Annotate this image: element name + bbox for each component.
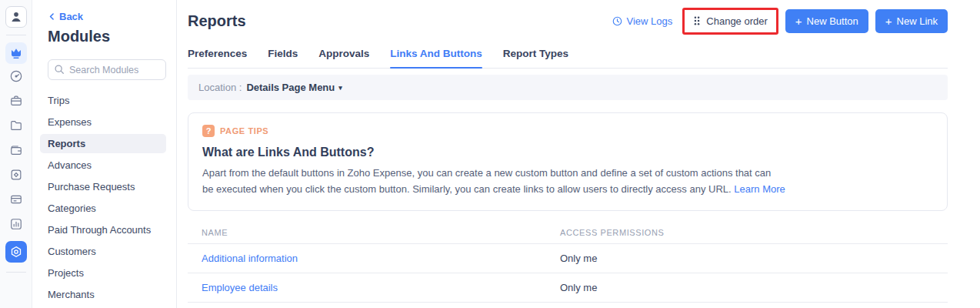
module-item-categories[interactable]: Categories (40, 199, 166, 218)
credit-card-icon[interactable] (8, 191, 25, 208)
caret-down-icon: ▾ (338, 84, 342, 92)
new-link-label: New Link (897, 15, 938, 27)
back-link[interactable]: Back (48, 11, 83, 22)
rail-divider (6, 35, 26, 35)
main-content: Reports View Logs Change order + New But… (177, 0, 980, 308)
folder-icon[interactable] (8, 117, 25, 134)
admin-crown-icon[interactable] (5, 42, 27, 64)
column-header-name: NAME (202, 228, 560, 237)
location-bar: Location : Details Page Menu ▾ (188, 75, 948, 100)
change-order-button[interactable]: Change order (685, 10, 776, 32)
page-tips-label: PAGE TIPS (220, 126, 268, 136)
app-window: Back Modules Trips Expenses Reports Adva… (0, 0, 980, 308)
new-button-label: New Button (807, 15, 858, 27)
table-row: Employee details Only me (188, 273, 948, 303)
tips-body-line-2: be executed when you click the custom bu… (202, 183, 732, 195)
new-link-button[interactable]: + New Link (875, 9, 948, 33)
tab-approvals[interactable]: Approvals (318, 43, 369, 68)
card-diamond-icon[interactable] (8, 166, 25, 183)
module-item-purchase-requests[interactable]: Purchase Requests (40, 177, 166, 196)
tab-report-types[interactable]: Report Types (503, 43, 568, 68)
view-logs-link[interactable]: View Logs (612, 15, 673, 27)
clock-icon (612, 15, 623, 27)
tips-body: Apart from the default buttons in Zoho E… (202, 165, 933, 197)
module-item-expenses[interactable]: Expenses (40, 112, 166, 132)
wallet-icon[interactable] (8, 142, 25, 159)
module-item-advances[interactable]: Advances (40, 156, 166, 175)
links-buttons-table: NAME ACCESS PERMISSIONS Additional infor… (188, 222, 948, 303)
row-permission: Only me (560, 253, 934, 264)
row-permission: Only me (560, 282, 934, 293)
column-header-access-permissions: ACCESS PERMISSIONS (560, 228, 934, 237)
annotation-highlight-box: Change order (682, 8, 778, 35)
module-item-projects[interactable]: Projects (40, 263, 166, 283)
trips-briefcase-icon[interactable] (8, 92, 25, 109)
main-header: Reports View Logs Change order + New But… (188, 8, 948, 34)
back-label: Back (59, 11, 83, 22)
header-actions: View Logs Change order + New Button + Ne… (612, 8, 948, 35)
chevron-left-icon (48, 12, 56, 21)
module-list: Trips Expenses Reports Advances Purchase… (40, 91, 165, 304)
learn-more-link[interactable]: Learn More (734, 183, 785, 195)
page-title: Reports (188, 12, 246, 30)
tips-body-line-1: Apart from the default buttons in Zoho E… (202, 167, 771, 179)
module-item-customers[interactable]: Customers (40, 242, 166, 261)
module-item-paid-through-accounts[interactable]: Paid Through Accounts (40, 220, 166, 239)
plus-icon: + (795, 17, 802, 25)
location-dropdown[interactable]: Details Page Menu ▾ (246, 82, 342, 93)
tab-bar: Preferences Fields Approvals Links And B… (188, 43, 948, 69)
search-modules-input[interactable] (48, 59, 166, 80)
rail-divider-bottom (6, 272, 26, 273)
modules-panel: Back Modules Trips Expenses Reports Adva… (32, 0, 177, 308)
location-value: Details Page Menu (246, 82, 335, 93)
tab-links-and-buttons[interactable]: Links And Buttons (390, 43, 482, 68)
dashboard-speedometer-icon[interactable] (8, 68, 25, 85)
page-tips-header: ? PAGE TIPS (202, 125, 933, 137)
tips-heading: What are Links And Buttons? (202, 146, 933, 159)
settings-gear-icon[interactable] (5, 241, 27, 263)
table-header-row: NAME ACCESS PERMISSIONS (188, 222, 948, 244)
search-wrap (48, 59, 165, 80)
row-link-additional-information[interactable]: Additional information (202, 253, 560, 264)
tab-preferences[interactable]: Preferences (188, 43, 247, 68)
panel-title: Modules (48, 28, 165, 45)
row-link-employee-details[interactable]: Employee details (202, 282, 560, 293)
new-button-button[interactable]: + New Button (785, 9, 868, 33)
drag-handle-icon (693, 15, 701, 26)
table-row: Additional information Only me (188, 244, 948, 273)
module-item-merchants[interactable]: Merchants (40, 285, 166, 304)
change-order-label: Change order (706, 15, 768, 27)
plus-icon: + (885, 17, 892, 25)
module-item-trips[interactable]: Trips (40, 91, 166, 110)
page-tips-box: ? PAGE TIPS What are Links And Buttons? … (188, 112, 948, 211)
view-logs-label: View Logs (627, 15, 673, 27)
tab-fields[interactable]: Fields (268, 43, 298, 68)
icon-rail (0, 0, 32, 308)
question-mark-icon: ? (202, 125, 215, 137)
location-label: Location : (198, 82, 242, 93)
user-avatar-icon[interactable] (5, 6, 27, 28)
search-icon (54, 64, 65, 75)
module-item-reports[interactable]: Reports (40, 134, 166, 153)
analytics-bar-chart-icon[interactable] (8, 216, 25, 233)
